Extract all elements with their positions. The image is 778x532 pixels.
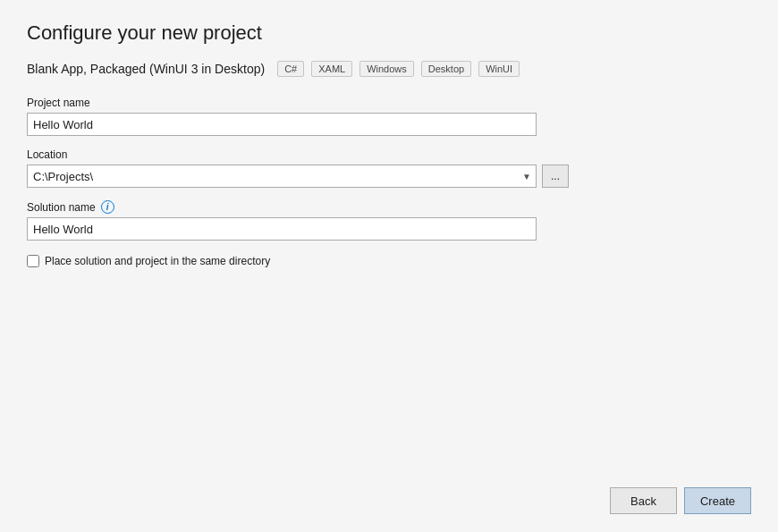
location-group: Location C:\Projects\ ▼ ... [27,148,751,188]
tag-windows: Windows [359,61,414,77]
back-button[interactable]: Back [610,487,677,514]
same-directory-row: Place solution and project in the same d… [27,255,751,267]
project-name-label: Project name [27,97,751,109]
browse-button[interactable]: ... [542,165,569,188]
page-title: Configure your new project [27,21,751,45]
project-type-row: Blank App, Packaged (WinUI 3 in Desktop)… [27,61,751,77]
project-name-group: Project name [27,97,751,136]
tag-xaml: XAML [311,61,352,77]
location-row: C:\Projects\ ▼ ... [27,165,751,188]
project-name-input[interactable] [27,113,537,136]
solution-name-input[interactable] [27,217,537,241]
location-select-wrapper: C:\Projects\ ▼ [27,165,537,188]
page-container: Configure your new project Blank App, Pa… [0,0,778,532]
tag-csharp: C# [277,61,304,77]
footer: Back Create [27,478,751,514]
tag-desktop: Desktop [421,61,471,77]
location-label: Location [27,148,751,161]
info-icon[interactable]: i [101,200,114,214]
form-section: Project name Location C:\Projects\ ▼ ...… [27,97,751,478]
solution-name-label-row: Solution name i [27,200,751,214]
same-directory-checkbox[interactable] [27,255,39,267]
project-type-name: Blank App, Packaged (WinUI 3 in Desktop) [27,62,265,76]
solution-name-group: Solution name i [27,200,751,241]
location-select[interactable]: C:\Projects\ [27,165,537,188]
tag-winui: WinUI [478,61,520,77]
same-directory-label: Place solution and project in the same d… [45,255,270,267]
solution-name-label: Solution name [27,201,96,214]
create-button[interactable]: Create [684,487,751,514]
